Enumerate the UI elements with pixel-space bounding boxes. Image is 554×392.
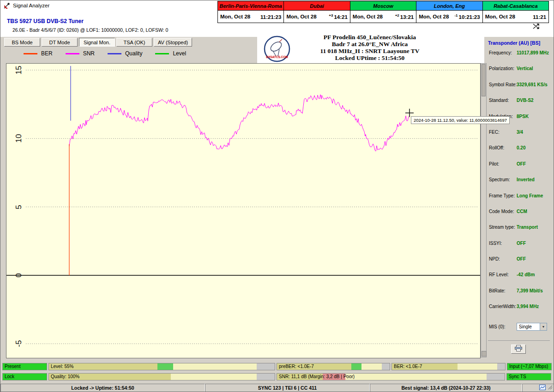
- meter-segment: [173, 363, 257, 370]
- clock-datetime: Mon, Oct 28 +314:21: [284, 11, 349, 23]
- tab-tsa-ok[interactable]: TSA (OK): [116, 38, 152, 47]
- transponder-title: Transponder (AU): [488, 40, 529, 46]
- legend-label: SNR: [83, 50, 95, 57]
- station-header: PF Prodelin 450_Lučenec/Slovakia Badr 7 …: [277, 34, 463, 61]
- param-value: -42 dBm: [517, 272, 535, 277]
- meter-segment: [382, 363, 390, 370]
- meter-label: Quality: 100%: [51, 374, 79, 380]
- status-sync: SYNC 123 | TEI 6 | CC 411: [205, 384, 370, 392]
- chart-legend: BERSNRQualityLevel: [24, 50, 186, 57]
- chevron-down-icon[interactable]: ▼: [540, 323, 547, 330]
- param-label: FEC:: [489, 130, 500, 135]
- legend-swatch: [155, 53, 169, 54]
- param-value: Inverted: [517, 177, 535, 182]
- cursor-tooltip: 2024-10-28 11.12.50, value: 11,600000381…: [411, 116, 510, 124]
- clock-dubai: Dubai Mon, Oct 28 +314:21: [283, 1, 349, 23]
- clock-date: Mon, Oct 28: [220, 14, 250, 19]
- clock-datetime: Mon, Oct 28 11:21: [483, 11, 548, 23]
- meter-segment: [487, 374, 505, 380]
- world-clocks-table: Berlin-Paris-Vienna-Roma Mon, Oct 28 11:…: [217, 1, 549, 23]
- dxsatcs-logo: DXSATCS.COM: [264, 36, 290, 62]
- status-corner: [522, 384, 554, 392]
- print-button[interactable]: [511, 344, 526, 354]
- mini-chart-icon[interactable]: [539, 385, 546, 391]
- param-value: OFF: [517, 241, 526, 246]
- signal-analyzer-window: Signal Analyzer Berlin-Paris-Vienna-Roma…: [0, 0, 554, 392]
- clock-time: 11:21:23: [260, 14, 281, 20]
- param-frequency: Frequency:11017,899 MHz: [486, 50, 553, 66]
- resize-grip[interactable]: [548, 385, 553, 391]
- legend-swatch: [108, 53, 121, 54]
- chart-plot: [6, 64, 480, 358]
- clock-date: Mon, Oct 28: [419, 14, 449, 19]
- param-value: 3,994 MHz: [517, 304, 539, 309]
- meter-segment: [351, 363, 361, 370]
- param-label: RollOff:: [489, 145, 504, 150]
- tab-av-stopped[interactable]: AV (Stopped): [154, 38, 192, 47]
- transponder-rows: Frequency:11017,899 MHzPolarization:Vert…: [486, 50, 553, 320]
- meter-segment: [157, 363, 173, 370]
- legend-label: BER: [41, 50, 53, 57]
- meter-segment: [257, 374, 275, 380]
- param-value: Transport: [517, 225, 538, 230]
- param-carrierwidth: CarrierWidth:3,994 MHz: [486, 304, 553, 320]
- clock-london-eng: London, Eng Mon, Oct 28 -110:21:23: [416, 1, 482, 23]
- tab-dt-mode[interactable]: DT Mode: [42, 38, 78, 47]
- param-frame-type: Frame Type:Long Frame: [486, 193, 553, 209]
- param-label: CarrierWidth:: [489, 304, 516, 309]
- legend-item-ber: BER: [24, 50, 53, 57]
- mis-dropdown[interactable]: Single ▼: [517, 323, 547, 331]
- param-fec: FEC:3/4: [486, 130, 553, 145]
- meter-preber: preBER: <1.0E-7: [277, 363, 390, 370]
- param-stream-type: Stream type:Transport: [486, 225, 553, 240]
- scrollbar-thumb[interactable]: [482, 64, 486, 96]
- param-label: Frequency:: [489, 50, 512, 55]
- signal-chart[interactable]: 151050-5: [6, 63, 481, 358]
- clock-utc-offset: +3: [329, 13, 333, 18]
- param-pilot: Pilot:OFF: [486, 161, 553, 177]
- legend-swatch: [66, 53, 79, 54]
- meter-label: preBER: <1.0E-7: [279, 363, 314, 370]
- clock-utc-offset: -1: [454, 13, 458, 18]
- param-npd: NPD:OFF: [486, 256, 553, 272]
- clock-datetime: Mon, Oct 28 +213:21: [350, 11, 416, 23]
- tab-signal-mon[interactable]: Signal Mon.: [79, 38, 115, 47]
- param-value: 8PSK: [517, 114, 529, 119]
- param-label: Code Mode:: [489, 209, 514, 214]
- param-issyi: ISSYI:OFF: [486, 241, 553, 256]
- param-label: NPD:: [489, 256, 500, 261]
- station-line-frequency: 11 018 MHz_H : SNRT Laayoune TV: [277, 48, 463, 54]
- param-label: Pilot:: [489, 161, 499, 166]
- meter-present: Present: [2, 363, 47, 370]
- tab-bs-mode[interactable]: BS Mode: [4, 38, 40, 47]
- legend-label: Level: [173, 50, 186, 57]
- tuner-config: 26.0E - Badr 4/5/6/7 (ID: 0260) @ LOF1: …: [12, 27, 168, 33]
- clock-time: 14:21: [334, 14, 347, 20]
- window-title: Signal Analyzer: [13, 3, 49, 8]
- param-spectrum: Spectrum:Inverted: [486, 177, 553, 193]
- meter-label: Lock: [5, 374, 14, 380]
- param-label: Polarization:: [489, 66, 514, 71]
- logo-text: DXSATCS.COM: [266, 55, 288, 59]
- param-rf-level: RF Level:-42 dBm: [486, 272, 553, 288]
- meter-ber: BER: <1.0E-7: [391, 363, 506, 370]
- meter-row-2: LockQuality: 100%SNR: 11,1 dB (Margin: 3…: [2, 373, 551, 380]
- meter-segment: [497, 363, 505, 370]
- clock-city: London, Eng: [416, 1, 482, 11]
- param-bitrate: BitRate:7,399 Mbit/s: [486, 288, 553, 304]
- param-value: 3329,691 KS/s: [517, 82, 548, 87]
- legend-item-level: Level: [155, 50, 186, 57]
- meter-sync-ts: Sync TS: [506, 373, 551, 380]
- clock-time: 10:21:23: [459, 14, 480, 20]
- param-label: BitRate:: [489, 288, 506, 293]
- printer-icon: [515, 345, 522, 353]
- param-value: Long Frame: [517, 193, 543, 198]
- param-label: Symbol Rate:: [489, 82, 517, 87]
- clock-swap-icon[interactable]: [532, 23, 541, 31]
- param-value: CCM: [517, 209, 527, 214]
- mis-row: MIS (0): Single ▼: [486, 323, 553, 332]
- param-rolloff: RollOff:0.20: [486, 145, 553, 161]
- clock-city: Moscow: [350, 1, 416, 11]
- meter-segment: [345, 374, 487, 380]
- param-value: 3/4: [517, 130, 523, 135]
